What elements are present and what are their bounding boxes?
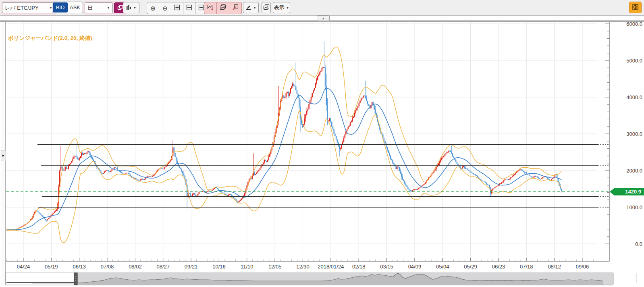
grid [6, 22, 597, 256]
zoom-in-button[interactable]: ⊕ [147, 2, 159, 14]
x-axis-label: 12/05 [268, 264, 282, 270]
move-indicator-button[interactable] [229, 2, 242, 14]
bid-button[interactable]: BID [53, 2, 68, 12]
y-axis-label: 0.0 [635, 241, 642, 247]
chevron-down-icon: ▼ [286, 6, 289, 10]
fit-both-icon [174, 4, 180, 12]
chevron-down-icon: ▼ [253, 6, 256, 10]
x-axis-label: 05/19 [45, 264, 58, 270]
x-axis-label: 04/24 [17, 264, 30, 270]
crosshair-icon [632, 4, 639, 12]
symbol-select[interactable]: レバ ETC/JPY ▼ [2, 2, 55, 13]
y-axis-label: 5000.0 [626, 58, 642, 64]
zoom-out-icon: ⊖ [162, 5, 168, 11]
y-axis-label: 1000.0 [626, 204, 642, 210]
x-axis-label: 08/27 [156, 264, 170, 270]
timeframe-select-value: 日 [87, 4, 93, 12]
timeline-navigator[interactable] [0, 272, 644, 287]
indicator-label: ボリンジャーバンド(2.0, 20, 終値) [8, 35, 92, 42]
indicator-group [204, 2, 242, 14]
x-axis-label: 05/29 [464, 264, 477, 270]
y-axis-label: 4000.0 [626, 94, 642, 100]
fit-width-icon [186, 4, 192, 12]
x-axis-label: 06/13 [73, 264, 86, 270]
bid-ask-toggle: BID ASK [52, 2, 83, 13]
chart-type-button[interactable]: ▼ [123, 2, 139, 13]
pencil-icon [245, 4, 251, 11]
x-axis-label: 05/04 [436, 264, 449, 270]
chevron-down-icon: ▼ [46, 6, 52, 10]
current-price-tag: 1420.9 [610, 188, 644, 195]
x-axis-label: 08/02 [129, 264, 142, 270]
zoom-out-button[interactable]: ⊖ [159, 2, 171, 14]
arrow-right-icon [198, 4, 204, 12]
x-axis-label: 07/08 [101, 264, 114, 270]
x-axis-label: 2018/01/24 [318, 264, 344, 270]
bar-chart-icon [126, 4, 132, 11]
zoom-group: ⊕ ⊖ [147, 2, 208, 14]
symbol-group: レバ ETC/JPY ▼ [1, 1, 56, 15]
link-charts-icon [117, 4, 123, 12]
moving-average-line [6, 88, 561, 230]
x-axis-label: 07/18 [520, 264, 533, 270]
symbol-select-value: レバ ETC/JPY [5, 4, 39, 12]
ask-button[interactable]: ASK [68, 2, 82, 12]
x-axis-label: 09/21 [185, 264, 198, 270]
x-axis-label: 04/09 [408, 264, 422, 270]
candlestick-series [16, 42, 562, 230]
indicator-list-button[interactable] [217, 2, 229, 14]
draw-tool-button[interactable]: ▼ [243, 2, 259, 13]
toolbar: レバ ETC/JPY ▼ BID ASK 日 ▼ ▼ ⊕ ⊖ [0, 0, 644, 16]
chart-stack-icon [220, 4, 226, 12]
y-axis-label: 2000.0 [626, 168, 642, 174]
triangle-up-icon: ▲ [322, 17, 325, 20]
display-menu-button[interactable]: 表示 ▼ [273, 2, 290, 13]
current-price-label: 1420.9 [625, 189, 641, 195]
x-axis-label: 09/06 [576, 264, 589, 270]
x-axis-label: 10/16 [212, 264, 226, 270]
x-axis-label: 02/18 [352, 264, 366, 270]
bollinger-lower-band [6, 110, 561, 243]
add-indicator-button[interactable] [204, 2, 217, 14]
x-axis-label: 11/10 [241, 264, 253, 270]
y-axis-label: 3000.0 [626, 131, 642, 137]
x-axis-label: 12/30 [296, 264, 310, 270]
collapse-top-panel-button[interactable]: ▲ [317, 15, 330, 21]
zoom-in-icon: ⊕ [150, 5, 156, 11]
target-tool-button[interactable] [629, 2, 642, 13]
y-axis-label: 6000.0 [626, 22, 642, 27]
fit-chart-button[interactable] [171, 2, 183, 14]
chevron-down-icon: ▼ [104, 6, 110, 10]
timeframe-select[interactable]: 日 ▼ [85, 2, 113, 13]
x-axis-label: 08/12 [548, 264, 561, 270]
timeframe-group: 日 ▼ [83, 1, 127, 15]
navigator-handle[interactable] [74, 272, 77, 285]
chevron-down-icon: ▼ [133, 6, 137, 10]
price-chart[interactable]: 6000.05000.04000.03000.02000.01000.00.00… [0, 22, 644, 271]
chart-plus-icon [207, 4, 214, 12]
x-axis-label: 06/23 [492, 264, 505, 270]
mini-chart-icon [263, 4, 270, 12]
fit-width-button[interactable] [183, 2, 195, 14]
chart-overlay-button[interactable] [262, 2, 271, 13]
bollinger-upper-band [6, 47, 561, 229]
x-axis-label: 03/15 [380, 264, 393, 270]
chart-move-icon [232, 4, 239, 12]
display-menu-label: 表示 [274, 4, 285, 11]
